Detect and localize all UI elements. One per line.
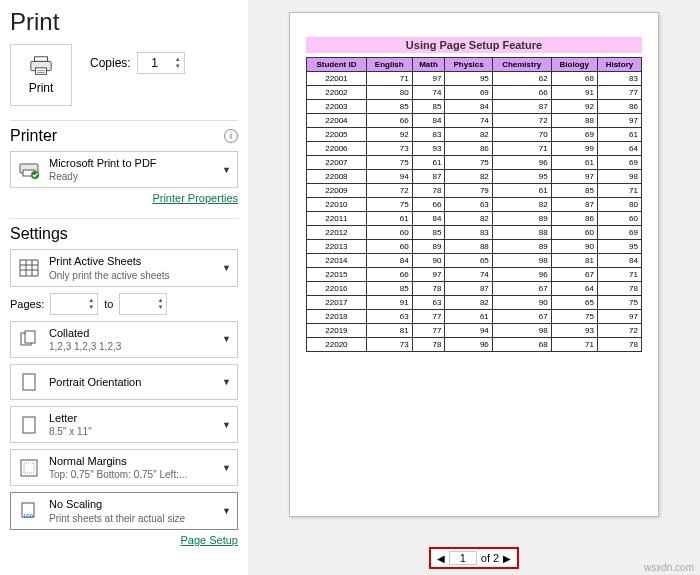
table-header: English bbox=[366, 58, 412, 72]
table-header: Biology bbox=[551, 58, 597, 72]
table-row: 22008948782959798 bbox=[307, 170, 642, 184]
print-button-label: Print bbox=[29, 81, 54, 95]
table-row: 22013608988899095 bbox=[307, 240, 642, 254]
svg-text:100: 100 bbox=[23, 513, 34, 519]
chevron-down-icon: ▼ bbox=[222, 263, 231, 273]
copies-input[interactable] bbox=[138, 56, 172, 70]
chevron-down-icon: ▼ bbox=[222, 420, 231, 430]
printer-status: Ready bbox=[49, 170, 157, 183]
scaling-selector[interactable]: 100 No Scaling Print sheets at their act… bbox=[10, 492, 238, 529]
table-row: 22020737896687178 bbox=[307, 338, 642, 352]
chevron-down-icon: ▼ bbox=[222, 377, 231, 387]
print-what-selector[interactable]: Print Active Sheets Only print the activ… bbox=[10, 249, 238, 286]
up-arrow-icon[interactable]: ▲ bbox=[175, 56, 181, 63]
page-title: Print bbox=[10, 8, 238, 36]
table-row: 22010756663828780 bbox=[307, 198, 642, 212]
table-header: History bbox=[597, 58, 641, 72]
printer-name: Microsoft Print to PDF bbox=[49, 156, 157, 170]
page-navigator[interactable]: ◀ of 2 ▶ bbox=[429, 547, 519, 569]
table-row: 22016857887676478 bbox=[307, 282, 642, 296]
printer-icon bbox=[29, 55, 53, 77]
print-what-label: Print Active Sheets bbox=[49, 254, 170, 268]
table-header: Chemistry bbox=[492, 58, 551, 72]
pages-from-input[interactable] bbox=[51, 297, 85, 311]
paper-sub: 8.5" x 11" bbox=[49, 425, 92, 438]
pages-to-stepper[interactable]: ▲▼ bbox=[119, 293, 167, 315]
chevron-down-icon: ▼ bbox=[222, 165, 231, 175]
collation-selector[interactable]: Collated 1,2,3 1,2,3 1,2,3 ▼ bbox=[10, 321, 238, 358]
svg-rect-0 bbox=[35, 57, 48, 62]
table-row: 22005928382706961 bbox=[307, 128, 642, 142]
copies-label: Copies: bbox=[90, 56, 131, 70]
svg-rect-15 bbox=[23, 374, 35, 390]
paper-selector[interactable]: Letter 8.5" x 11" ▼ bbox=[10, 406, 238, 443]
chevron-down-icon: ▼ bbox=[222, 334, 231, 344]
print-preview-page: Using Page Setup Feature Student IDEngli… bbox=[289, 12, 659, 517]
table-row: 22019817794989372 bbox=[307, 324, 642, 338]
info-icon[interactable]: i bbox=[224, 129, 238, 143]
page-icon bbox=[17, 416, 41, 434]
orientation-selector[interactable]: Portrait Orientation ▼ bbox=[10, 364, 238, 400]
preview-banner: Using Page Setup Feature bbox=[306, 37, 642, 53]
print-button[interactable]: Print bbox=[10, 44, 72, 106]
svg-point-7 bbox=[31, 171, 39, 179]
settings-heading: Settings bbox=[10, 225, 68, 243]
table-row: 22018637761677597 bbox=[307, 310, 642, 324]
collated-icon bbox=[17, 330, 41, 348]
chevron-down-icon: ▼ bbox=[222, 506, 231, 516]
page-setup-link[interactable]: Page Setup bbox=[10, 534, 238, 546]
pages-to-input[interactable] bbox=[120, 297, 154, 311]
table-header: Physics bbox=[445, 58, 492, 72]
table-header: Student ID bbox=[307, 58, 367, 72]
margins-selector[interactable]: Normal Margins Top: 0.75" Bottom: 0.75" … bbox=[10, 449, 238, 486]
copies-stepper[interactable]: ▲▼ bbox=[137, 52, 185, 74]
print-what-sub: Only print the active sheets bbox=[49, 269, 170, 282]
svg-rect-16 bbox=[23, 417, 35, 433]
svg-rect-14 bbox=[25, 331, 35, 343]
collation-sub: 1,2,3 1,2,3 1,2,3 bbox=[49, 340, 121, 353]
to-label: to bbox=[104, 298, 113, 310]
printer-selector[interactable]: Microsoft Print to PDF Ready ▼ bbox=[10, 151, 238, 188]
orientation-label: Portrait Orientation bbox=[49, 375, 141, 389]
page-number-input[interactable] bbox=[449, 551, 477, 565]
table-header: Math bbox=[412, 58, 445, 72]
preview-table: Student IDEnglishMathPhysicsChemistryBio… bbox=[306, 57, 642, 352]
table-row: 22007756175966169 bbox=[307, 156, 642, 170]
pages-from-stepper[interactable]: ▲▼ bbox=[50, 293, 98, 315]
table-row: 22014849065988184 bbox=[307, 254, 642, 268]
printer-properties-link[interactable]: Printer Properties bbox=[10, 192, 238, 204]
printer-device-icon bbox=[17, 161, 41, 179]
pages-label: Pages: bbox=[10, 298, 44, 310]
margins-icon bbox=[17, 459, 41, 477]
page-count-label: of 2 bbox=[481, 552, 499, 564]
collation-label: Collated bbox=[49, 326, 121, 340]
next-page-icon[interactable]: ▶ bbox=[503, 553, 511, 564]
table-row: 22017916382906575 bbox=[307, 296, 642, 310]
table-row: 22009727879618571 bbox=[307, 184, 642, 198]
svg-rect-8 bbox=[20, 260, 38, 276]
table-row: 22001719795626883 bbox=[307, 72, 642, 86]
printer-heading: Printer bbox=[10, 127, 57, 145]
table-row: 22002807469669177 bbox=[307, 86, 642, 100]
sheets-icon bbox=[17, 259, 41, 277]
watermark: wsxdn.com bbox=[644, 562, 694, 573]
prev-page-icon[interactable]: ◀ bbox=[437, 553, 445, 564]
paper-label: Letter bbox=[49, 411, 92, 425]
scaling-sub: Print sheets at their actual size bbox=[49, 512, 185, 525]
scaling-icon: 100 bbox=[17, 502, 41, 520]
svg-rect-17 bbox=[21, 460, 37, 476]
chevron-down-icon: ▼ bbox=[222, 463, 231, 473]
table-row: 22011618482898660 bbox=[307, 212, 642, 226]
margins-label: Normal Margins bbox=[49, 454, 187, 468]
table-row: 22012608583886069 bbox=[307, 226, 642, 240]
table-row: 22015669774966771 bbox=[307, 268, 642, 282]
table-row: 22006739386719964 bbox=[307, 142, 642, 156]
down-arrow-icon[interactable]: ▼ bbox=[175, 63, 181, 70]
table-row: 22004668474728897 bbox=[307, 114, 642, 128]
portrait-icon bbox=[17, 373, 41, 391]
table-row: 22003858584879286 bbox=[307, 100, 642, 114]
margins-sub: Top: 0.75" Bottom: 0.75" Left:... bbox=[49, 468, 187, 481]
scaling-label: No Scaling bbox=[49, 497, 185, 511]
